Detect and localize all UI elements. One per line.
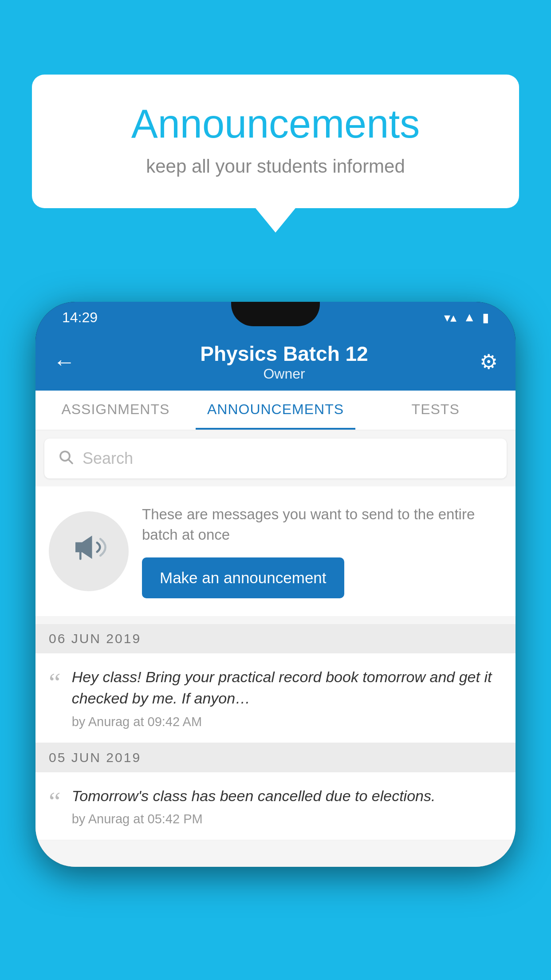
- announcement-meta-2: by Anurag at 05:42 PM: [72, 812, 436, 826]
- search-placeholder: Search: [83, 449, 133, 468]
- announcement-content-2: Tomorrow's class has been cancelled due …: [72, 786, 436, 827]
- search-bar[interactable]: Search: [44, 439, 507, 478]
- announcement-item-2: “ Tomorrow's class has been cancelled du…: [35, 772, 516, 841]
- announcement-item-1: “ Hey class! Bring your practical record…: [35, 653, 516, 743]
- phone-wrapper: 14:29 ▾▴ ▲ ▮ ← Physics Batch 12 Owner ⚙: [35, 302, 516, 980]
- bubble-title: Announcements: [67, 101, 484, 147]
- speech-bubble-container: Announcements keep all your students inf…: [32, 75, 519, 233]
- app-bar: ← Physics Batch 12 Owner ⚙: [35, 333, 516, 391]
- intro-description: These are messages you want to send to t…: [142, 504, 502, 545]
- app-bar-title: Physics Batch 12: [89, 342, 480, 366]
- app-bar-subtitle: Owner: [89, 366, 480, 382]
- status-time: 14:29: [62, 309, 98, 326]
- announcement-meta-1: by Anurag at 09:42 AM: [72, 715, 502, 729]
- make-announcement-button[interactable]: Make an announcement: [142, 557, 344, 598]
- speech-bubble: Announcements keep all your students inf…: [32, 75, 519, 208]
- intro-icon-circle: [49, 511, 129, 591]
- intro-right: These are messages you want to send to t…: [142, 504, 502, 598]
- phone-device: 14:29 ▾▴ ▲ ▮ ← Physics Batch 12 Owner ⚙: [35, 302, 516, 867]
- bubble-arrow: [256, 208, 295, 233]
- bubble-subtitle: keep all your students informed: [67, 156, 484, 177]
- svg-line-1: [69, 459, 72, 463]
- search-icon: [58, 449, 74, 469]
- quote-icon-1: “: [49, 669, 61, 695]
- notch: [231, 302, 320, 326]
- tab-tests[interactable]: TESTS: [355, 391, 516, 430]
- signal-icon: ▲: [463, 310, 476, 324]
- tabs-bar: ASSIGNMENTS ANNOUNCEMENTS TESTS: [35, 391, 516, 431]
- announcement-content-1: Hey class! Bring your practical record b…: [72, 667, 502, 729]
- date-separator-1: 06 JUN 2019: [35, 624, 516, 653]
- tab-announcements[interactable]: ANNOUNCEMENTS: [196, 391, 356, 430]
- phone-screen: 14:29 ▾▴ ▲ ▮ ← Physics Batch 12 Owner ⚙: [35, 302, 516, 867]
- intro-card: These are messages you want to send to t…: [35, 486, 516, 616]
- date-separator-2: 05 JUN 2019: [35, 743, 516, 772]
- settings-button[interactable]: ⚙: [480, 350, 498, 374]
- wifi-icon: ▾▴: [444, 310, 457, 325]
- announcement-text-2: Tomorrow's class has been cancelled due …: [72, 786, 436, 807]
- tab-assignments[interactable]: ASSIGNMENTS: [35, 391, 196, 430]
- phone-bottom-space: [35, 840, 516, 867]
- announcement-text-1: Hey class! Bring your practical record b…: [72, 667, 502, 709]
- status-bar: 14:29 ▾▴ ▲ ▮: [35, 302, 516, 333]
- megaphone-icon: [69, 527, 109, 576]
- content-area: Search: [35, 431, 516, 867]
- quote-icon-2: “: [49, 788, 61, 814]
- battery-icon: ▮: [482, 310, 489, 325]
- status-icons: ▾▴ ▲ ▮: [444, 310, 489, 325]
- back-button[interactable]: ←: [53, 349, 75, 375]
- app-bar-title-area: Physics Batch 12 Owner: [89, 342, 480, 382]
